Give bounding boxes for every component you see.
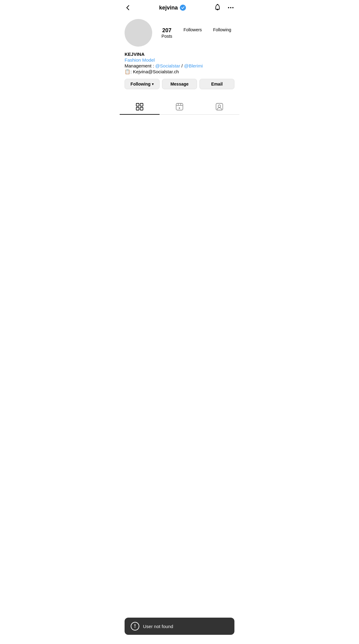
- email-button[interactable]: Email: [199, 79, 234, 89]
- header-actions: [214, 4, 234, 12]
- profile-section: 207 Posts Followers Following KEJVINA Fa…: [120, 15, 239, 99]
- message-button[interactable]: Message: [162, 79, 197, 89]
- chevron-down-icon: ▾: [152, 82, 154, 86]
- svg-point-2: [230, 7, 231, 8]
- profile-category: Fashion Model: [125, 57, 234, 63]
- content-area: [120, 115, 239, 237]
- header: kejvina: [120, 0, 239, 15]
- message-label: Message: [170, 82, 188, 86]
- following-button[interactable]: Following ▾: [125, 79, 160, 89]
- email-prefix: 📋:: [125, 69, 133, 74]
- svg-point-3: [232, 7, 234, 8]
- bio-section: KEJVINA Fashion Model Management : @Soci…: [125, 52, 234, 75]
- verified-badge-icon: [180, 5, 186, 11]
- svg-rect-5: [140, 103, 143, 106]
- avatar: [125, 19, 152, 47]
- following-label: Following: [213, 27, 231, 32]
- profile-top: 207 Posts Followers Following: [125, 19, 234, 47]
- grid-icon: [136, 103, 144, 111]
- management-text: Management :: [125, 63, 155, 68]
- svg-rect-6: [136, 107, 139, 110]
- posts-count: 207: [162, 27, 172, 34]
- posts-label: Posts: [161, 34, 172, 39]
- tab-tagged[interactable]: [199, 99, 239, 114]
- header-username: kejvina: [159, 5, 178, 11]
- tab-navigation: [120, 99, 239, 115]
- notification-button[interactable]: [214, 4, 222, 12]
- header-title-area: kejvina: [159, 5, 186, 11]
- tab-reels[interactable]: [160, 99, 199, 114]
- following-stat[interactable]: Following: [213, 27, 231, 32]
- tab-grid[interactable]: [120, 99, 160, 114]
- svg-point-1: [228, 7, 229, 8]
- posts-stat[interactable]: 207 Posts: [161, 27, 172, 39]
- reels-icon: [176, 103, 183, 111]
- management-separator: /: [180, 63, 184, 68]
- svg-rect-4: [136, 103, 139, 106]
- email-address: Kejvina@Socialstar.ch: [133, 69, 179, 74]
- avatar-container: [125, 19, 152, 47]
- back-button[interactable]: [125, 4, 131, 11]
- followers-label: Followers: [183, 27, 202, 32]
- email-label: Email: [211, 82, 222, 86]
- svg-point-10: [218, 105, 221, 107]
- svg-rect-8: [176, 103, 183, 110]
- more-options-button[interactable]: [227, 4, 234, 11]
- action-buttons: Following ▾ Message Email: [125, 79, 234, 89]
- following-label: Following: [130, 82, 150, 86]
- svg-rect-7: [140, 107, 143, 110]
- stats-row: 207 Posts Followers Following: [158, 27, 234, 39]
- tagged-icon: [215, 103, 223, 111]
- profile-email: 📋: Kejvina@Socialstar.ch: [125, 69, 234, 75]
- profile-name: KEJVINA: [125, 52, 234, 57]
- followers-stat[interactable]: Followers: [183, 27, 202, 32]
- management-link2[interactable]: @Blerimi: [184, 63, 203, 68]
- profile-management: Management : @Socialstar / @Blerimi: [125, 63, 234, 68]
- management-link1[interactable]: @Socialstar: [155, 63, 180, 68]
